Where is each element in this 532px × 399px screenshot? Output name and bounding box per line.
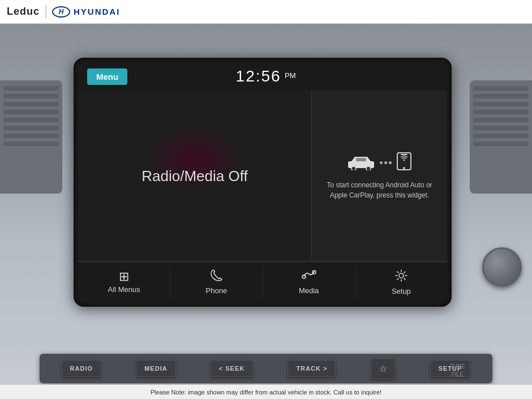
screen-nav-bar: ⊞ All Menus Phone (78, 261, 447, 302)
setup-icon (394, 269, 408, 285)
vent-stripe (3, 134, 59, 138)
disclaimer-text: Please Note: image shown may differ from… (151, 389, 381, 396)
dot (389, 161, 392, 164)
clock-time: 12:56 (236, 67, 281, 85)
nav-media[interactable]: Media (263, 265, 355, 299)
vent-stripe (3, 118, 59, 122)
physical-buttons-bar: RADIO MEDIA < SEEK TRACK > ☆ SETUP (40, 354, 492, 383)
svg-point-8 (404, 160, 405, 161)
vent-stripe (473, 86, 529, 91)
dot (380, 161, 383, 164)
nav-all-menus[interactable]: ⊞ All Menus (78, 266, 170, 298)
vent-stripe (473, 94, 529, 98)
clock-display: 12:56 PM (236, 67, 296, 85)
menu-button[interactable]: Menu (87, 68, 127, 85)
connection-dots (380, 161, 392, 164)
brand-divider (45, 5, 46, 19)
right-vent (470, 80, 532, 194)
vent-stripe (3, 94, 59, 98)
favorite-button[interactable]: ☆ (371, 358, 396, 379)
vent-stripe (473, 102, 529, 106)
screen-main-content: Radio/Media Off (78, 91, 447, 261)
screen-bezel: Menu 12:56 PM Radio/Media Off (74, 58, 452, 307)
brand-bar: Leduc H HYUNDAI (0, 0, 532, 24)
clock-suffix: PM (285, 71, 296, 80)
dot (384, 161, 387, 164)
nav-setup[interactable]: Setup (355, 264, 447, 300)
svg-point-11 (399, 273, 404, 278)
media-icon (302, 269, 316, 284)
nav-phone[interactable]: Phone (170, 265, 263, 299)
svg-point-7 (403, 167, 405, 169)
hyundai-logo: H HYUNDAI (52, 6, 120, 18)
vent-stripe (3, 141, 59, 146)
nav-media-label: Media (299, 286, 319, 295)
hyundai-name: HYUNDAI (74, 7, 120, 16)
car-interior: Menu 12:56 PM Radio/Media Off (0, 24, 532, 399)
vent-stripe (473, 110, 529, 114)
seek-back-button[interactable]: < SEEK (211, 360, 253, 377)
connect-instructions: To start connecting Android Auto or Appl… (321, 180, 438, 200)
radio-button[interactable]: RADIO (62, 360, 101, 377)
vent-stripe (473, 118, 529, 122)
left-vent (0, 80, 62, 194)
media-off-label: Radio/Media Off (141, 168, 247, 185)
brand-name: Leduc (7, 6, 40, 18)
track-forward-button[interactable]: TRACK > (288, 360, 336, 377)
media-button[interactable]: MEDIA (136, 360, 175, 377)
car-icon (347, 155, 375, 170)
media-off-panel[interactable]: Radio/Media Off (78, 91, 311, 261)
vent-stripe (3, 110, 59, 114)
svg-rect-4 (356, 158, 366, 161)
infotainment-screen: Menu 12:56 PM Radio/Media Off (78, 62, 447, 302)
tune-file-label: TUNE FILE (450, 363, 465, 379)
screen-status-bar: Menu 12:56 PM (78, 62, 447, 91)
vent-stripe (473, 141, 529, 146)
nav-setup-label: Setup (392, 287, 411, 295)
volume-knob[interactable] (482, 247, 522, 287)
phone-nav-icon (209, 269, 223, 284)
vent-stripe (3, 86, 59, 91)
vent-stripe (473, 126, 529, 130)
nav-all-menus-label: All Menus (108, 285, 140, 294)
connect-icon-group (347, 152, 412, 173)
svg-point-3 (366, 166, 371, 170)
all-menus-icon: ⊞ (119, 271, 129, 283)
wifi-icon (400, 155, 408, 162)
vent-stripe (3, 126, 59, 130)
vent-stripe (3, 102, 59, 106)
nav-phone-label: Phone (206, 286, 228, 295)
svg-point-2 (351, 166, 356, 170)
bottom-disclaimer: Please Note: image shown may differ from… (0, 384, 532, 399)
vent-stripe (473, 134, 529, 138)
connect-panel[interactable]: To start connecting Android Auto or Appl… (311, 91, 447, 261)
hyundai-emblem: H (52, 6, 70, 18)
